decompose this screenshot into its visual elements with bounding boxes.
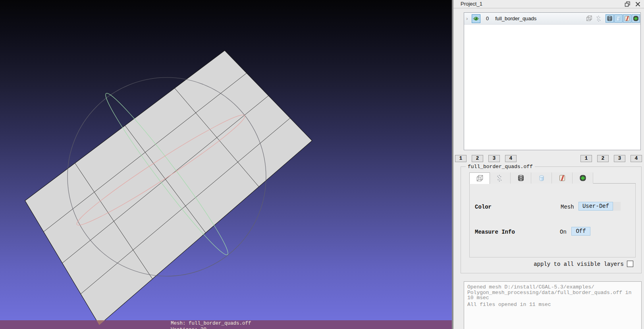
layer-row[interactable]: › 0 full_border_quads [464,13,640,25]
color-label: Color [475,204,492,210]
viewpoint-right-4[interactable]: 4 [631,155,642,162]
viewpoint-right-3[interactable]: 3 [614,155,625,162]
tab-bbox[interactable] [469,172,490,184]
cylinder-icon [538,174,546,182]
layer-id: 0 [486,15,489,21]
dock-titlebar[interactable]: Project_1 [453,0,644,8]
color-mesh-option[interactable]: Mesh [561,204,574,210]
wireframe-toggle[interactable] [605,14,614,23]
tab-flat[interactable] [552,172,573,184]
apply-all-layers-checkbox[interactable] [627,261,633,267]
dock-title: Project_1 [461,1,482,7]
bbox-toggle[interactable] [584,14,593,23]
expander-icon[interactable]: › [466,16,471,21]
viewpoint-left-1[interactable]: 1 [455,155,467,162]
layer-render-toggles [584,14,640,23]
apply-all-layers-label: apply to all visible layers [534,261,624,267]
tab-solid[interactable] [531,172,552,184]
log-line: Polygon_mesh_processing/data/full_border… [467,290,638,296]
render-mode-tabs [469,172,636,184]
mesh-render-groupbox: full_border_quads.off Color Mesh [461,166,642,273]
scene-canvas: Mesh: full_border_quads.off Vertices: 20 [0,0,452,329]
cylinder-icon [615,15,622,22]
solid-toggle[interactable] [614,14,623,23]
flat-shading-icon [624,15,631,22]
viewpoint-left-2[interactable]: 2 [472,155,483,162]
log-line: Opened mesh D:/install/CGAL-5.3/examples… [467,284,638,290]
color-swatch[interactable] [613,202,621,211]
smooth-toggle[interactable] [632,14,640,23]
viewpoint-left-3[interactable]: 3 [488,155,500,162]
log-line: All files opened in 11 msec [467,302,638,308]
measure-off-button[interactable]: Off [571,227,590,236]
log-line: 10 msec [467,295,638,301]
groupbox-title: full_border_quads.off [466,164,535,170]
meshlab-window: Mesh: full_border_quads.off Vertices: 20… [0,0,644,329]
points-icon [596,15,603,22]
viewport-statusbar: Mesh: full_border_quads.off Vertices: 20 [0,320,452,329]
tab-smooth[interactable] [573,172,593,184]
apply-all-layers-row: apply to all visible layers [461,261,642,267]
layer-list: › 0 full_border_quads [464,12,641,150]
smooth-shading-icon [579,174,587,182]
wireframe-icon [517,174,525,182]
eye-icon [472,15,480,22]
visibility-toggle[interactable] [472,14,480,23]
layer-dock-panel: Project_1 › 0 full_border_quads [453,0,644,329]
tab-wireframe[interactable] [511,172,531,184]
wireframe-icon [606,15,613,22]
status-vertices: Vertices: 20 [171,327,206,329]
viewpoint-left-4[interactable]: 4 [505,155,517,162]
flat-shading-icon [558,174,566,182]
flat-toggle[interactable] [623,14,631,23]
3d-viewport[interactable]: Mesh: full_border_quads.off Vertices: 20 [0,0,452,329]
smooth-shading-icon [632,15,639,22]
bbox-icon [585,15,593,22]
color-userdef-button[interactable]: User-Def [578,202,613,211]
points-toggle[interactable] [595,14,604,23]
close-icon[interactable] [635,1,641,7]
float-window-icon[interactable] [625,1,631,7]
points-icon [496,174,505,182]
log-output[interactable]: Opened mesh D:/install/CGAL-5.3/examples… [464,281,642,329]
viewpoint-right-1[interactable]: 1 [580,155,592,162]
measure-on-option[interactable]: On [560,229,567,235]
render-options-page: Color Mesh User-Def Measure Info On Off [469,184,636,257]
viewpoint-right-2[interactable]: 2 [597,155,609,162]
bbox-icon [475,174,484,183]
layer-name: full_border_quads [495,15,536,21]
status-mesh-name: Mesh: full_border_quads.off [171,321,251,326]
tab-points[interactable] [490,172,511,184]
measure-info-label: Measure Info [475,229,515,235]
